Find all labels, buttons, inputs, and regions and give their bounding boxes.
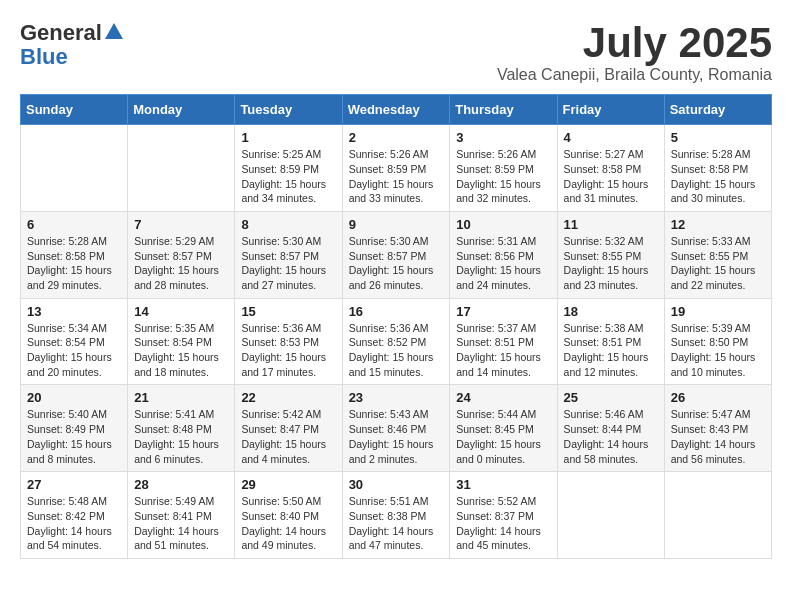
logo-arrow — [105, 23, 123, 43]
calendar-week-row: 27Sunrise: 5:48 AM Sunset: 8:42 PM Dayli… — [21, 472, 772, 559]
table-row: 23Sunrise: 5:43 AM Sunset: 8:46 PM Dayli… — [342, 385, 450, 472]
day-info: Sunrise: 5:49 AM Sunset: 8:41 PM Dayligh… — [134, 494, 228, 553]
day-number: 11 — [564, 217, 658, 232]
table-row: 8Sunrise: 5:30 AM Sunset: 8:57 PM Daylig… — [235, 211, 342, 298]
calendar-week-row: 20Sunrise: 5:40 AM Sunset: 8:49 PM Dayli… — [21, 385, 772, 472]
day-info: Sunrise: 5:44 AM Sunset: 8:45 PM Dayligh… — [456, 407, 550, 466]
day-number: 14 — [134, 304, 228, 319]
day-number: 22 — [241, 390, 335, 405]
logo-general: General — [20, 20, 102, 46]
table-row: 29Sunrise: 5:50 AM Sunset: 8:40 PM Dayli… — [235, 472, 342, 559]
table-row: 17Sunrise: 5:37 AM Sunset: 8:51 PM Dayli… — [450, 298, 557, 385]
day-info: Sunrise: 5:36 AM Sunset: 8:53 PM Dayligh… — [241, 321, 335, 380]
day-number: 25 — [564, 390, 658, 405]
col-friday: Friday — [557, 95, 664, 125]
day-number: 2 — [349, 130, 444, 145]
table-row — [21, 125, 128, 212]
day-number: 13 — [27, 304, 121, 319]
table-row: 16Sunrise: 5:36 AM Sunset: 8:52 PM Dayli… — [342, 298, 450, 385]
location: Valea Canepii, Braila County, Romania — [497, 66, 772, 84]
table-row: 20Sunrise: 5:40 AM Sunset: 8:49 PM Dayli… — [21, 385, 128, 472]
table-row: 2Sunrise: 5:26 AM Sunset: 8:59 PM Daylig… — [342, 125, 450, 212]
day-number: 26 — [671, 390, 765, 405]
day-number: 17 — [456, 304, 550, 319]
day-info: Sunrise: 5:38 AM Sunset: 8:51 PM Dayligh… — [564, 321, 658, 380]
day-info: Sunrise: 5:40 AM Sunset: 8:49 PM Dayligh… — [27, 407, 121, 466]
day-info: Sunrise: 5:37 AM Sunset: 8:51 PM Dayligh… — [456, 321, 550, 380]
day-number: 8 — [241, 217, 335, 232]
day-info: Sunrise: 5:30 AM Sunset: 8:57 PM Dayligh… — [241, 234, 335, 293]
table-row: 26Sunrise: 5:47 AM Sunset: 8:43 PM Dayli… — [664, 385, 771, 472]
day-number: 12 — [671, 217, 765, 232]
day-number: 15 — [241, 304, 335, 319]
day-number: 10 — [456, 217, 550, 232]
day-info: Sunrise: 5:35 AM Sunset: 8:54 PM Dayligh… — [134, 321, 228, 380]
col-sunday: Sunday — [21, 95, 128, 125]
logo: General Blue — [20, 20, 123, 68]
day-number: 6 — [27, 217, 121, 232]
table-row: 13Sunrise: 5:34 AM Sunset: 8:54 PM Dayli… — [21, 298, 128, 385]
day-info: Sunrise: 5:31 AM Sunset: 8:56 PM Dayligh… — [456, 234, 550, 293]
table-row: 3Sunrise: 5:26 AM Sunset: 8:59 PM Daylig… — [450, 125, 557, 212]
day-info: Sunrise: 5:36 AM Sunset: 8:52 PM Dayligh… — [349, 321, 444, 380]
table-row — [664, 472, 771, 559]
col-saturday: Saturday — [664, 95, 771, 125]
col-monday: Monday — [128, 95, 235, 125]
day-number: 31 — [456, 477, 550, 492]
day-info: Sunrise: 5:27 AM Sunset: 8:58 PM Dayligh… — [564, 147, 658, 206]
title-section: July 2025 Valea Canepii, Braila County, … — [497, 20, 772, 84]
day-number: 21 — [134, 390, 228, 405]
table-row: 1Sunrise: 5:25 AM Sunset: 8:59 PM Daylig… — [235, 125, 342, 212]
table-row: 15Sunrise: 5:36 AM Sunset: 8:53 PM Dayli… — [235, 298, 342, 385]
day-number: 9 — [349, 217, 444, 232]
table-row: 14Sunrise: 5:35 AM Sunset: 8:54 PM Dayli… — [128, 298, 235, 385]
day-number: 27 — [27, 477, 121, 492]
table-row: 5Sunrise: 5:28 AM Sunset: 8:58 PM Daylig… — [664, 125, 771, 212]
day-info: Sunrise: 5:29 AM Sunset: 8:57 PM Dayligh… — [134, 234, 228, 293]
day-info: Sunrise: 5:47 AM Sunset: 8:43 PM Dayligh… — [671, 407, 765, 466]
day-number: 7 — [134, 217, 228, 232]
day-number: 5 — [671, 130, 765, 145]
day-number: 24 — [456, 390, 550, 405]
day-number: 3 — [456, 130, 550, 145]
day-info: Sunrise: 5:34 AM Sunset: 8:54 PM Dayligh… — [27, 321, 121, 380]
day-number: 28 — [134, 477, 228, 492]
table-row: 6Sunrise: 5:28 AM Sunset: 8:58 PM Daylig… — [21, 211, 128, 298]
day-number: 20 — [27, 390, 121, 405]
calendar-week-row: 6Sunrise: 5:28 AM Sunset: 8:58 PM Daylig… — [21, 211, 772, 298]
table-row: 22Sunrise: 5:42 AM Sunset: 8:47 PM Dayli… — [235, 385, 342, 472]
table-row: 28Sunrise: 5:49 AM Sunset: 8:41 PM Dayli… — [128, 472, 235, 559]
table-row: 31Sunrise: 5:52 AM Sunset: 8:37 PM Dayli… — [450, 472, 557, 559]
day-info: Sunrise: 5:32 AM Sunset: 8:55 PM Dayligh… — [564, 234, 658, 293]
day-number: 29 — [241, 477, 335, 492]
table-row: 19Sunrise: 5:39 AM Sunset: 8:50 PM Dayli… — [664, 298, 771, 385]
col-wednesday: Wednesday — [342, 95, 450, 125]
day-info: Sunrise: 5:50 AM Sunset: 8:40 PM Dayligh… — [241, 494, 335, 553]
table-row: 30Sunrise: 5:51 AM Sunset: 8:38 PM Dayli… — [342, 472, 450, 559]
table-row — [128, 125, 235, 212]
day-number: 4 — [564, 130, 658, 145]
day-info: Sunrise: 5:28 AM Sunset: 8:58 PM Dayligh… — [671, 147, 765, 206]
day-number: 23 — [349, 390, 444, 405]
table-row: 24Sunrise: 5:44 AM Sunset: 8:45 PM Dayli… — [450, 385, 557, 472]
day-info: Sunrise: 5:41 AM Sunset: 8:48 PM Dayligh… — [134, 407, 228, 466]
day-number: 30 — [349, 477, 444, 492]
table-row: 4Sunrise: 5:27 AM Sunset: 8:58 PM Daylig… — [557, 125, 664, 212]
day-info: Sunrise: 5:48 AM Sunset: 8:42 PM Dayligh… — [27, 494, 121, 553]
svg-marker-0 — [105, 23, 123, 39]
table-row: 10Sunrise: 5:31 AM Sunset: 8:56 PM Dayli… — [450, 211, 557, 298]
table-row: 9Sunrise: 5:30 AM Sunset: 8:57 PM Daylig… — [342, 211, 450, 298]
table-row — [557, 472, 664, 559]
calendar-header-row: Sunday Monday Tuesday Wednesday Thursday… — [21, 95, 772, 125]
day-info: Sunrise: 5:26 AM Sunset: 8:59 PM Dayligh… — [349, 147, 444, 206]
col-thursday: Thursday — [450, 95, 557, 125]
calendar-week-row: 1Sunrise: 5:25 AM Sunset: 8:59 PM Daylig… — [21, 125, 772, 212]
day-info: Sunrise: 5:39 AM Sunset: 8:50 PM Dayligh… — [671, 321, 765, 380]
table-row: 12Sunrise: 5:33 AM Sunset: 8:55 PM Dayli… — [664, 211, 771, 298]
day-number: 16 — [349, 304, 444, 319]
table-row: 25Sunrise: 5:46 AM Sunset: 8:44 PM Dayli… — [557, 385, 664, 472]
day-info: Sunrise: 5:52 AM Sunset: 8:37 PM Dayligh… — [456, 494, 550, 553]
table-row: 21Sunrise: 5:41 AM Sunset: 8:48 PM Dayli… — [128, 385, 235, 472]
day-number: 1 — [241, 130, 335, 145]
page-header: General Blue July 2025 Valea Canepii, Br… — [20, 20, 772, 84]
